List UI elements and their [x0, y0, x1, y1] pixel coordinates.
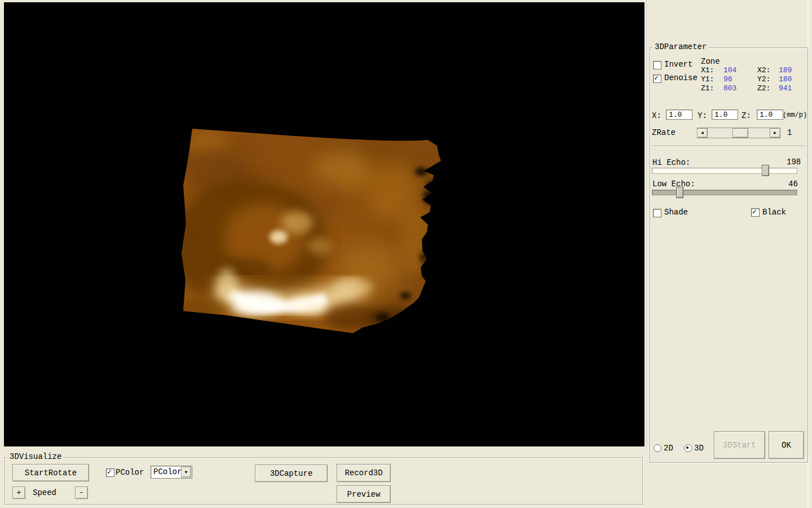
zrate-label: ZRate [652, 129, 676, 137]
zone-x2-label: X2: [757, 67, 770, 75]
shade-checkbox[interactable] [653, 209, 661, 217]
scale-y-input[interactable] [712, 110, 738, 120]
speed-minus-button[interactable]: - [75, 487, 88, 499]
pcolor-combobox-value: PColor [153, 467, 182, 476]
black-label: Black [762, 208, 786, 216]
3dcapture-button[interactable]: 3DCapture [255, 465, 328, 482]
shade-label: Shade [664, 208, 688, 216]
low-echo-value: 46 [788, 180, 798, 188]
pcolor-label: PColor [116, 468, 144, 476]
invert-checkbox[interactable] [653, 61, 661, 69]
scale-z-input[interactable] [757, 110, 783, 120]
3dstart-button[interactable]: 3DStart [714, 431, 765, 459]
zone-y1-label: Y1: [701, 76, 714, 84]
zone-x1-value: 104 [723, 67, 736, 75]
pcolor-checkbox[interactable] [106, 468, 114, 477]
zrate-scroll-thumb[interactable] [732, 128, 748, 138]
parameter-groupbox: 3DParameter Invert Denoise Zone X1: 104 … [650, 47, 808, 463]
hi-echo-label: Hi Echo: [652, 159, 690, 167]
zone-x1-label: X1: [701, 67, 714, 75]
zone-z1-value: 803 [723, 85, 736, 93]
zone-label: Zone [701, 58, 720, 65]
zone-y2-value: 180 [779, 76, 792, 84]
low-echo-slider-thumb[interactable] [676, 187, 683, 198]
zone-z2-label: Z2: [757, 85, 770, 93]
hi-echo-slider-thumb[interactable] [762, 165, 769, 176]
zrate-scrollbar[interactable]: ◄ ► [697, 128, 780, 138]
low-echo-label: Low Echo: [652, 180, 695, 188]
ok-button[interactable]: OK [769, 431, 804, 459]
zone-y1-value: 96 [723, 76, 732, 84]
zone-z1-label: Z1: [701, 85, 714, 93]
zrate-scroll-left-icon[interactable]: ◄ [697, 128, 708, 138]
scale-y-label: Y: [698, 112, 707, 120]
low-echo-slider-track[interactable] [652, 190, 797, 195]
pcolor-combobox[interactable]: PColor ▼ [151, 466, 192, 479]
black-checkbox[interactable] [751, 208, 760, 217]
zone-y2-label: Y2: [757, 76, 770, 84]
volume-render-viewport[interactable] [4, 2, 645, 446]
record3d-button[interactable]: Record3D [337, 464, 391, 482]
ultrasound-3d-dialog: { "param_panel": { "title": "3DParameter… [0, 0, 812, 508]
start-rotate-button[interactable]: StartRotate [12, 464, 89, 481]
speed-label: Speed [33, 489, 56, 497]
zrate-value: 1 [787, 129, 792, 137]
scale-z-label: Z: [742, 112, 751, 120]
hi-echo-slider-track[interactable] [652, 168, 797, 174]
visualize-groupbox: 3DVisualize StartRotate + Speed - PColor… [5, 457, 643, 505]
mode-3d-radio[interactable] [684, 444, 692, 452]
preview-button[interactable]: Preview [337, 485, 391, 503]
zone-z2-value: 941 [779, 85, 792, 93]
ultrasound-volume-render [4, 2, 645, 446]
visualize-groupbox-title: 3DVisualize [7, 453, 64, 461]
mode-3d-label: 3D [694, 444, 704, 452]
denoise-checkbox[interactable] [653, 75, 661, 83]
scale-unit-label: (mm/p) [783, 111, 807, 119]
zone-x2-value: 189 [779, 67, 792, 75]
mode-2d-label: 2D [664, 444, 673, 452]
hi-echo-value: 198 [787, 158, 801, 166]
pcolor-dropdown-arrow-icon[interactable]: ▼ [181, 467, 191, 478]
scale-x-input[interactable] [666, 110, 692, 120]
mode-2d-radio[interactable] [654, 444, 661, 452]
scale-x-label: X: [652, 112, 661, 120]
separator [651, 146, 806, 147]
canvas-panel-divider [645, 0, 647, 449]
parameter-groupbox-title: 3DParameter [652, 43, 709, 51]
zrate-scroll-right-icon[interactable]: ► [770, 128, 780, 138]
speed-plus-button[interactable]: + [12, 487, 25, 499]
denoise-label: Denoise [664, 74, 698, 82]
invert-label: Invert [664, 60, 692, 68]
